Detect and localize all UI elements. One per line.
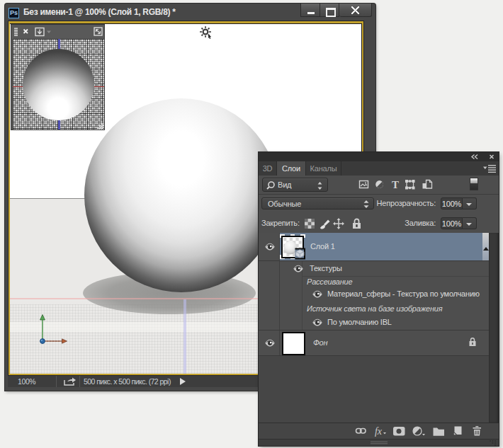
- svg-text:fx: fx: [375, 426, 383, 437]
- svg-text:T: T: [392, 179, 399, 190]
